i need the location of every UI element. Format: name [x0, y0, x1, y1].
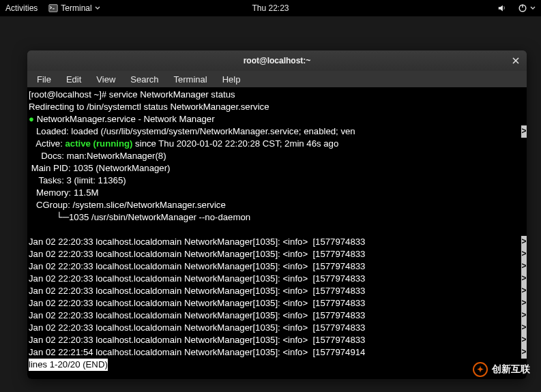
- scroll-overflow-marker: >: [521, 248, 527, 260]
- log-line: Jan 02 22:20:33 localhost.localdomain Ne…: [29, 248, 365, 260]
- output-line: CGroup: /system.slice/NetworkManager.ser…: [29, 199, 226, 211]
- chevron-down-icon: [530, 5, 536, 11]
- menu-help[interactable]: Help: [216, 73, 248, 86]
- scroll-overflow-marker: >: [521, 236, 527, 248]
- appmenu-button[interactable]: Terminal: [43, 3, 105, 13]
- output-line: Redirecting to /bin/systemctl status Net…: [29, 101, 269, 113]
- menubar: File Edit View Search Terminal Help: [27, 71, 527, 87]
- output-line: NetworkManager.service - Network Manager: [34, 113, 215, 125]
- scroll-overflow-marker: >: [521, 322, 527, 334]
- log-line: Jan 02 22:20:33 localhost.localdomain Ne…: [29, 236, 365, 248]
- scroll-overflow-marker: >: [521, 125, 527, 138]
- scroll-overflow-marker: >: [521, 310, 527, 322]
- gnome-topbar: Activities Terminal Thu 22:23: [0, 0, 541, 16]
- terminal-icon: [48, 3, 58, 13]
- power-menu[interactable]: [512, 3, 541, 13]
- watermark: ✦ 创新互联: [473, 362, 530, 377]
- menu-terminal[interactable]: Terminal: [167, 73, 214, 86]
- shell-prompt: [root@localhost ~]#: [29, 89, 109, 101]
- scroll-overflow-marker: >: [521, 297, 527, 310]
- clock[interactable]: Thu 22:23: [242, 3, 298, 13]
- log-line: Jan 02 22:20:33 localhost.localdomain Ne…: [29, 297, 365, 310]
- scroll-overflow-marker: >: [521, 260, 527, 273]
- terminal-window: root@localhost:~ File Edit View Search T…: [27, 50, 527, 379]
- output-line: since Thu 2020-01-02 22:20:28 CST; 2min …: [132, 138, 338, 150]
- scroll-overflow-marker: >: [521, 285, 527, 297]
- output-line: Loaded: loaded (/usr/lib/systemd/system/…: [29, 125, 355, 138]
- clock-label: Thu 22:23: [252, 3, 289, 13]
- log-line: Jan 02 22:20:33 localhost.localdomain Ne…: [29, 334, 365, 346]
- terminal-viewport[interactable]: [root@localhost ~]# service NetworkManag…: [27, 87, 527, 379]
- activities-button[interactable]: Activities: [0, 3, 43, 13]
- menu-edit[interactable]: Edit: [59, 73, 88, 86]
- output-line: Active:: [29, 138, 65, 150]
- scroll-overflow-marker: >: [521, 346, 527, 359]
- output-line: Docs: man:NetworkManager(8): [29, 150, 166, 162]
- scroll-overflow-marker: >: [521, 273, 527, 285]
- power-icon: [518, 3, 527, 13]
- window-title: root@localhost:~: [244, 56, 311, 65]
- window-titlebar[interactable]: root@localhost:~: [27, 50, 527, 71]
- appmenu-label: Terminal: [61, 3, 91, 13]
- watermark-text: 创新互联: [492, 363, 530, 376]
- svg-rect-0: [49, 5, 57, 12]
- close-icon: [512, 57, 519, 64]
- menu-search[interactable]: Search: [123, 73, 165, 86]
- log-line: Jan 02 22:21:54 localhost.localdomain Ne…: [29, 346, 365, 359]
- activities-label: Activities: [5, 3, 38, 13]
- log-line: Jan 02 22:20:33 localhost.localdomain Ne…: [29, 285, 365, 297]
- log-line: Jan 02 22:20:33 localhost.localdomain Ne…: [29, 260, 365, 273]
- output-line: Memory: 11.5M: [29, 187, 99, 199]
- watermark-logo-icon: ✦: [473, 362, 488, 377]
- menu-file[interactable]: File: [30, 73, 58, 86]
- scroll-overflow-marker: >: [521, 334, 527, 346]
- status-bullet-icon: ●: [29, 113, 34, 125]
- pager-status: lines 1-20/20 (END): [29, 359, 108, 371]
- output-line: Tasks: 3 (limit: 11365): [29, 175, 126, 187]
- speaker-icon: [497, 3, 507, 13]
- chevron-down-icon: [95, 5, 100, 11]
- output-line: Main PID: 1035 (NetworkManager): [29, 162, 170, 175]
- volume-indicator[interactable]: [492, 3, 512, 13]
- log-line: Jan 02 22:20:33 localhost.localdomain Ne…: [29, 310, 365, 322]
- menu-view[interactable]: View: [89, 73, 122, 86]
- close-button[interactable]: [510, 55, 521, 66]
- active-state: active (running): [65, 138, 133, 150]
- log-line: Jan 02 22:20:33 localhost.localdomain Ne…: [29, 322, 365, 334]
- output-line: └─1035 /usr/sbin/NetworkManager --no-dae…: [29, 211, 250, 224]
- log-line: Jan 02 22:20:33 localhost.localdomain Ne…: [29, 273, 365, 285]
- command-text: service NetworkManager status: [109, 89, 235, 101]
